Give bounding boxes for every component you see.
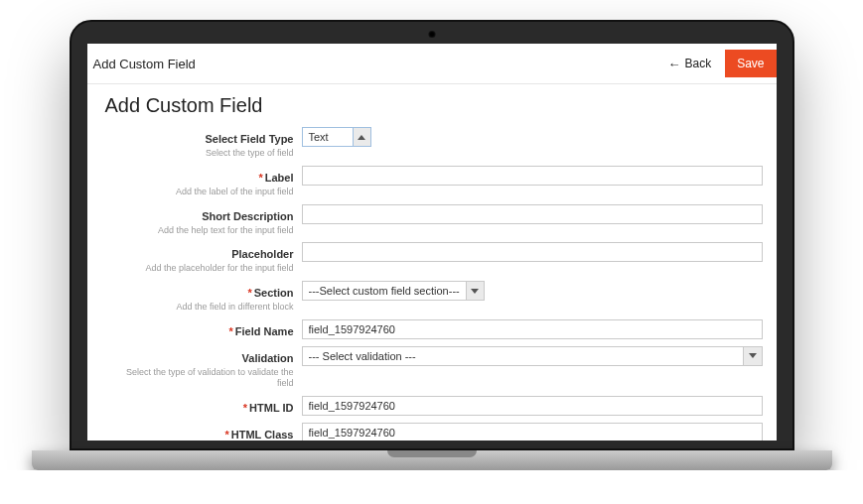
section-label: *Section <box>247 287 293 299</box>
control-col <box>302 242 769 262</box>
required-mark: * <box>258 172 262 184</box>
page-title: Add Custom Field <box>105 88 769 127</box>
app-screen: Add Custom Field ← Back Save Add Custom … <box>87 44 777 441</box>
row-field-type: Select Field Type Select the type of fie… <box>115 127 769 159</box>
topbar: Add Custom Field ← Back Save <box>87 44 777 84</box>
required-mark: * <box>243 402 247 414</box>
section-select[interactable]: ---Select custom field section--- <box>302 281 485 301</box>
caret-down-icon <box>749 353 757 358</box>
section-dropdown-button[interactable] <box>466 282 484 300</box>
label-col: *HTML Class <box>115 423 294 441</box>
required-mark: * <box>229 325 233 337</box>
field-name-input[interactable] <box>302 319 763 339</box>
row-html-id: *HTML ID <box>115 396 769 416</box>
short-description-label: Short Description <box>202 210 293 222</box>
html-class-label: *HTML Class <box>224 429 293 441</box>
topbar-title: Add Custom Field <box>93 57 196 71</box>
laptop-camera <box>428 31 435 38</box>
section-value: ---Select custom field section--- <box>303 282 466 300</box>
control-col <box>302 204 769 224</box>
content-scroll[interactable]: Add Custom Field Select Field Type Selec… <box>87 84 777 441</box>
control-col: Text <box>302 127 769 147</box>
control-col <box>302 319 769 339</box>
label-label: *Label <box>258 172 293 184</box>
control-col: ---Select custom field section--- <box>302 281 769 301</box>
custom-field-form: Select Field Type Select the type of fie… <box>105 127 769 441</box>
section-hint: Add the field in different block <box>115 302 294 313</box>
row-validation: Validation Select the type of validation… <box>115 346 769 389</box>
placeholder-label: Placeholder <box>231 248 293 260</box>
field-type-value: Text <box>303 128 353 146</box>
html-class-input[interactable] <box>302 423 763 441</box>
label-col: Placeholder Add the placeholder for the … <box>115 242 294 274</box>
validation-label: Validation <box>242 352 294 364</box>
label-col: Short Description Add the help text for … <box>115 204 294 236</box>
label-input[interactable] <box>302 166 763 186</box>
validation-select[interactable] <box>302 346 763 366</box>
required-mark: * <box>247 287 251 299</box>
placeholder-input[interactable] <box>302 242 763 262</box>
control-col <box>302 166 769 186</box>
label-hint: Add the label of the input field <box>115 187 294 197</box>
caret-down-icon <box>471 289 479 294</box>
label-col: Select Field Type Select the type of fie… <box>115 127 294 159</box>
label-col: *Field Name <box>115 319 294 339</box>
laptop-base <box>32 450 832 470</box>
validation-hint: Select the type of validation to validat… <box>115 367 294 389</box>
label-col: *HTML ID <box>115 396 294 416</box>
label-col: Validation Select the type of validation… <box>115 346 294 389</box>
short-description-hint: Add the help text for the input field <box>115 225 294 236</box>
field-type-select[interactable]: Text <box>302 127 371 147</box>
control-col <box>302 346 769 366</box>
row-field-name: *Field Name <box>115 319 769 339</box>
topbar-actions: ← Back Save <box>661 50 776 77</box>
laptop-mockup: Add Custom Field ← Back Save Add Custom … <box>70 20 794 470</box>
control-col <box>302 396 769 416</box>
html-id-label: *HTML ID <box>243 402 294 414</box>
arrow-left-icon: ← <box>667 58 680 70</box>
html-id-input[interactable] <box>302 396 763 416</box>
back-button[interactable]: ← Back <box>661 53 717 74</box>
control-col <box>302 423 769 441</box>
row-placeholder: Placeholder Add the placeholder for the … <box>115 242 769 274</box>
short-description-input[interactable] <box>302 204 763 224</box>
row-label: *Label Add the label of the input field <box>115 166 769 197</box>
back-button-label: Back <box>684 57 711 70</box>
field-type-hint: Select the type of field <box>115 148 294 159</box>
field-type-dropdown-button[interactable] <box>353 128 370 146</box>
save-button[interactable]: Save <box>725 50 776 77</box>
laptop-bezel: Add Custom Field ← Back Save Add Custom … <box>70 20 794 450</box>
row-short-description: Short Description Add the help text for … <box>115 204 769 236</box>
row-section: *Section Add the field in different bloc… <box>115 281 769 313</box>
field-type-label: Select Field Type <box>205 133 293 145</box>
validation-dropdown-button[interactable] <box>743 346 763 366</box>
required-mark: * <box>224 429 228 441</box>
placeholder-hint: Add the placeholder for the input field <box>115 263 294 274</box>
label-col: *Label Add the label of the input field <box>115 166 294 197</box>
label-col: *Section Add the field in different bloc… <box>115 281 294 313</box>
caret-up-icon <box>358 135 365 140</box>
field-name-label: *Field Name <box>229 325 294 337</box>
validation-input[interactable] <box>302 346 743 366</box>
row-html-class: *HTML Class <box>115 423 769 441</box>
